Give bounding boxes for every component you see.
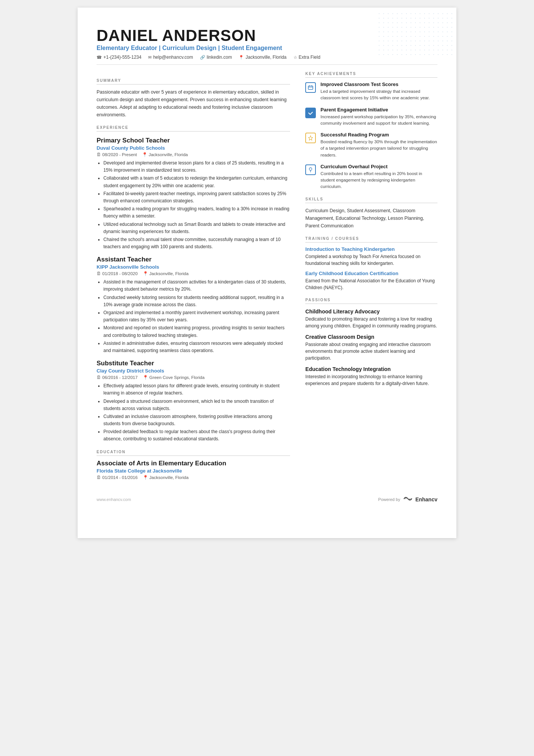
achievement-1-icon bbox=[305, 82, 316, 93]
training-1-title: Introduction to Teaching Kindergarten bbox=[305, 246, 437, 252]
svg-point-1 bbox=[309, 167, 312, 170]
training-label: TRAINING / COURSES bbox=[305, 236, 437, 243]
svg-rect-0 bbox=[308, 86, 313, 89]
passion-3: Education Technology Integration Interes… bbox=[305, 366, 437, 387]
passion-2: Creative Classroom Design Passionate abo… bbox=[305, 334, 437, 362]
calendar-icon-edu: 🗓 bbox=[97, 475, 101, 480]
achievement-4: Curriculum Overhaul Project Contributed … bbox=[305, 164, 437, 190]
powered-by-text: Powered by bbox=[378, 497, 400, 502]
achievement-4-content: Curriculum Overhaul Project Contributed … bbox=[320, 164, 437, 190]
job-2-bullets: Assisted in the management of classroom … bbox=[97, 279, 290, 354]
training-1-desc: Completed a workshop by Teach For Americ… bbox=[305, 253, 437, 267]
training-2-title: Early Childhood Education Certification bbox=[305, 271, 437, 276]
contact-extra: ☆ Extra Field bbox=[294, 55, 320, 60]
calendar-icon-3: 🗓 bbox=[97, 375, 101, 380]
bullet-item: Chaired the school's annual talent show … bbox=[103, 236, 290, 250]
job-2-meta: 🗓 01/2018 - 08/2020 📍 Jacksonville, Flor… bbox=[97, 271, 290, 276]
bullet-item: Effectively adapted lesson plans for dif… bbox=[103, 382, 290, 397]
passion-1: Childhood Literacy Advocacy Dedicated to… bbox=[305, 308, 437, 329]
job-3-meta: 🗓 06/2016 - 12/2017 📍 Green Cove Springs… bbox=[97, 375, 290, 380]
map-icon-3: 📍 bbox=[143, 375, 148, 380]
contact-linkedin: 🔗 linkedin.com bbox=[200, 55, 232, 60]
left-column: SUMMARY Passionate educator with over 5 … bbox=[97, 72, 290, 480]
location-icon: 📍 bbox=[239, 55, 244, 60]
achievement-3-desc: Boosted reading fluency by 30% through t… bbox=[320, 139, 437, 158]
bullet-item: Spearheaded a reading program for strugg… bbox=[103, 205, 290, 220]
bullet-item: Monitored and reported on student learni… bbox=[103, 324, 290, 339]
edu-1-school: Florida State College at Jacksonville bbox=[97, 468, 290, 474]
job-1-date: 🗓 08/2020 - Present bbox=[97, 152, 137, 157]
right-column: KEY ACHIEVEMENTS Improved Classroom Test… bbox=[305, 72, 437, 480]
achievement-4-icon bbox=[305, 164, 316, 175]
training-2: Early Childhood Education Certification … bbox=[305, 271, 437, 291]
edu-1-date: 🗓 01/2014 - 01/2016 bbox=[97, 475, 137, 480]
skills-text: Curriculum Design, Student Assessment, C… bbox=[305, 207, 437, 230]
map-icon-edu: 📍 bbox=[143, 475, 148, 480]
achievement-2-icon bbox=[305, 108, 316, 118]
achievement-2-content: Parent Engagement Initiative Increased p… bbox=[320, 107, 437, 127]
enhancv-brand-name: Enhancv bbox=[415, 496, 437, 502]
achievement-1-desc: Led a targeted improvement strategy that… bbox=[320, 88, 437, 102]
edu-1-meta: 🗓 01/2014 - 01/2016 📍 Jacksonville, Flor… bbox=[97, 475, 290, 480]
map-icon-2: 📍 bbox=[143, 271, 148, 276]
achievement-4-title: Curriculum Overhaul Project bbox=[320, 164, 437, 169]
training-1: Introduction to Teaching Kindergarten Co… bbox=[305, 246, 437, 267]
calendar-icon-1: 🗓 bbox=[97, 152, 101, 157]
job-3-bullets: Effectively adapted lesson plans for dif… bbox=[97, 382, 290, 443]
passion-3-desc: Interested in incorporating technology t… bbox=[305, 373, 437, 387]
achievement-2-title: Parent Engagement Initiative bbox=[320, 107, 437, 113]
footer-website: www.enhancv.com bbox=[97, 497, 131, 502]
experience-label: EXPERIENCE bbox=[97, 125, 290, 131]
job-1-location: 📍 Jacksonville, Florida bbox=[142, 152, 188, 157]
achievement-1: Improved Classroom Test Scores Led a tar… bbox=[305, 81, 437, 102]
training-2-desc: Earned from the National Association for… bbox=[305, 277, 437, 291]
passion-1-title: Childhood Literacy Advocacy bbox=[305, 308, 437, 315]
job-2-title: Assistant Teacher bbox=[97, 256, 290, 263]
bullet-item: Assisted in the management of classroom … bbox=[103, 279, 290, 293]
job-3-date: 🗓 06/2016 - 12/2017 bbox=[97, 375, 137, 380]
achievement-3-title: Successful Reading Program bbox=[320, 132, 437, 138]
passion-2-title: Creative Classroom Design bbox=[305, 334, 437, 340]
achievement-3-content: Successful Reading Program Boosted readi… bbox=[320, 132, 437, 158]
achievement-1-content: Improved Classroom Test Scores Led a tar… bbox=[320, 81, 437, 102]
job-1-meta: 🗓 08/2020 - Present 📍 Jacksonville, Flor… bbox=[97, 152, 290, 157]
job-3-employer: Clay County District Schools bbox=[97, 368, 290, 374]
education-label: EDUCATION bbox=[97, 450, 290, 456]
contact-email: ✉ help@enhancv.com bbox=[148, 55, 193, 60]
achievement-2-desc: Increased parent workshop participation … bbox=[320, 114, 437, 127]
decorative-dots bbox=[373, 8, 456, 57]
edu-1-location: 📍 Jacksonville, Florida bbox=[143, 475, 189, 480]
job-1-title: Primary School Teacher bbox=[97, 137, 290, 144]
page-footer: www.enhancv.com Powered by Enhancv bbox=[97, 491, 437, 504]
summary-label: SUMMARY bbox=[97, 78, 290, 85]
job-1-bullets: Developed and implemented diverse lesson… bbox=[97, 160, 290, 250]
bullet-item: Cultivated an inclusive classroom atmosp… bbox=[103, 413, 290, 427]
two-columns: SUMMARY Passionate educator with over 5 … bbox=[97, 72, 437, 480]
job-2-location: 📍 Jacksonville, Florida bbox=[143, 271, 189, 276]
edu-1-degree: Associate of Arts in Elementary Educatio… bbox=[97, 460, 290, 467]
bullet-item: Utilized educational technology such as … bbox=[103, 221, 290, 235]
passion-1-desc: Dedicated to promoting literacy and fost… bbox=[305, 316, 437, 329]
bullet-item: Assisted in administrative duties, ensur… bbox=[103, 340, 290, 354]
job-3-location: 📍 Green Cove Springs, Florida bbox=[143, 375, 205, 380]
skills-label: SKILLS bbox=[305, 197, 437, 203]
email-icon: ✉ bbox=[148, 55, 151, 60]
bullet-item: Collaborated with a team of 5 educators … bbox=[103, 175, 290, 189]
link-icon: 🔗 bbox=[200, 55, 205, 60]
summary-text: Passionate educator with over 5 years of… bbox=[97, 88, 290, 119]
phone-icon: ☎ bbox=[97, 55, 102, 60]
passion-3-title: Education Technology Integration bbox=[305, 366, 437, 372]
passion-2-desc: Passionate about creating engaging and i… bbox=[305, 341, 437, 362]
contact-location: 📍 Jacksonville, Florida bbox=[239, 55, 286, 60]
job-3-title: Substitute Teacher bbox=[97, 360, 290, 367]
key-achievements-label: KEY ACHIEVEMENTS bbox=[305, 72, 437, 78]
job-2-date: 🗓 01/2018 - 08/2020 bbox=[97, 271, 137, 276]
calendar-icon-2: 🗓 bbox=[97, 271, 101, 276]
job-1-employer: Duval County Public Schools bbox=[97, 145, 290, 151]
resume-page: DANIEL ANDERSON Elementary Educator | Cu… bbox=[78, 8, 456, 538]
bullet-item: Organized and implemented a monthly pare… bbox=[103, 309, 290, 324]
achievement-2: Parent Engagement Initiative Increased p… bbox=[305, 107, 437, 127]
job-2: Assistant Teacher KIPP Jacksonville Scho… bbox=[97, 256, 290, 354]
footer-branding: Powered by Enhancv bbox=[378, 495, 437, 504]
map-icon-1: 📍 bbox=[142, 152, 147, 157]
